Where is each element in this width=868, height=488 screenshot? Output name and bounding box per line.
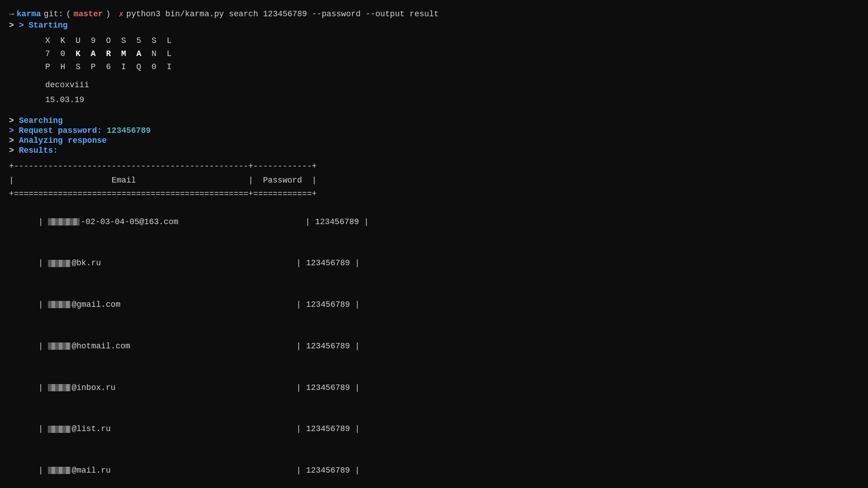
ascii-line-2: 7 0 K A R M A N L [45,47,859,61]
email-blur-5 [48,384,71,391]
status-request: > Request password: 123456789 [9,126,859,135]
results-table: +---------------------------------------… [9,160,859,488]
table-header-border: +=======================================… [9,187,859,201]
email-blur-4 [48,343,71,350]
terminal-window: → karma git: (master) ✗ python3 bin/karm… [0,5,868,488]
table-row: | -02-03-04-05@163.com | 123456789 | [9,201,859,243]
status-results: > Results: [9,146,859,155]
ascii-art-block: X K U 9 O S 5 S L 7 0 K A R M A N L P H … [45,34,859,73]
email-blur-1 [48,218,80,225]
email-blur-3 [48,301,71,308]
table-row: | @list.ru | 123456789 | [9,408,859,450]
prompt-line: → karma git: (master) ✗ python3 bin/karm… [9,9,859,19]
table-row: | @hotmail.com | 123456789 | [9,325,859,367]
table-row: | @gmail.com | 123456789 | [9,284,859,326]
prompt-directory: karma [17,9,41,19]
table-row: | @bk.ru | 123456789 | [9,243,859,284]
prompt-arrow: → [9,9,14,19]
info-username: decoxviii [45,78,859,92]
ascii-line-3: P H S P 6 I Q 0 I [45,61,859,74]
table-top-border: +---------------------------------------… [9,160,859,174]
prompt-git-label: git: [44,9,63,19]
info-block: decoxviii 15.03.19 [45,78,859,107]
prompt-branch-open: ( [66,9,71,19]
ascii-line-1: X K U 9 O S 5 S L [45,34,859,47]
prompt-x-mark: ✗ [118,9,123,19]
email-blur-7 [48,467,71,474]
table-row: | @inbox.ru | 123456789 | [9,367,859,408]
status-searching: > Searching [9,116,859,125]
email-blur-6 [48,426,71,433]
ascii-line2-bold: K A R M A [75,49,144,58]
status-analyzing: > Analyzing response [9,136,859,145]
table-header: | Email | Password | [9,174,859,188]
ascii-line2-suffix: N L [144,49,174,58]
table-row: | @mail.ru | 123456789 | [9,450,859,488]
info-date: 15.03.19 [45,93,859,107]
request-password-value: 123456789 [107,126,151,135]
prompt-command: python3 bin/karma.py search 123456789 --… [126,9,439,19]
ascii-line2-prefix: 7 0 [45,49,75,58]
email-blur-2 [48,260,71,267]
prompt-branch-close: ) [106,9,111,19]
status-starting: > > Starting [9,21,859,30]
prompt-branch: master [74,9,103,19]
